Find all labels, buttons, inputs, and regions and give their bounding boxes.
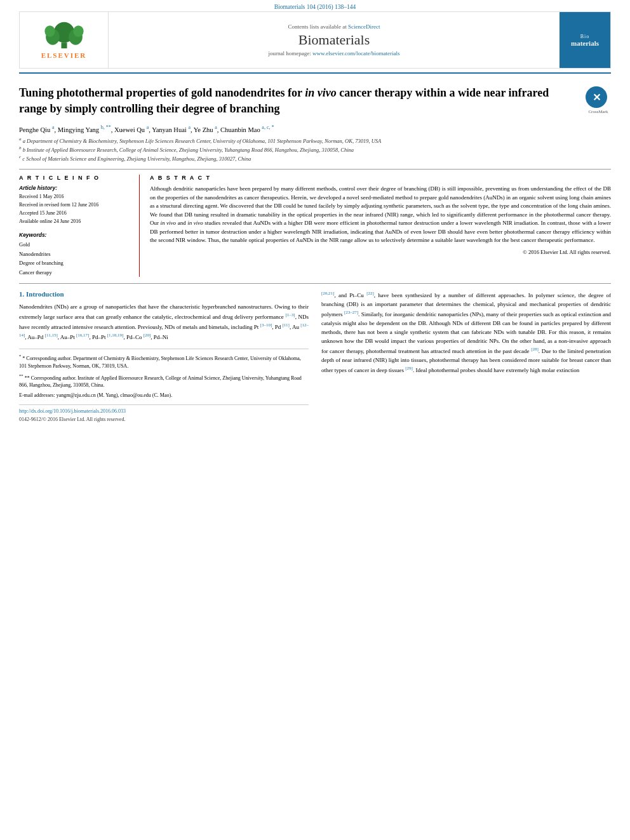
title-section: Tuning photothermal properties of gold n… bbox=[19, 85, 611, 117]
homepage-link[interactable]: www.elsevier.com/locate/biomaterials bbox=[312, 50, 399, 57]
svg-point-5 bbox=[73, 25, 83, 37]
intro-paragraph-1: Nanodendrites (NDs) are a group of nanop… bbox=[19, 303, 309, 342]
footnote-email: E-mail addresses: yangm@zju.edu.cn (M. Y… bbox=[19, 392, 309, 399]
body-divider bbox=[19, 283, 611, 284]
badge-label: Bio materials bbox=[568, 31, 601, 50]
top-bar: Biomaterials 104 (2016) 138–144 bbox=[0, 0, 630, 11]
paper-title: Tuning photothermal properties of gold n… bbox=[19, 85, 579, 117]
body-section: 1. Introduction Nanodendrites (NDs) are … bbox=[19, 290, 611, 422]
affiliations: a a Department of Chemistry & Biochemist… bbox=[19, 136, 611, 163]
issn-line: 0142-9612/© 2016 Elsevier Ltd. All right… bbox=[19, 417, 125, 422]
article-history-label: Article history: bbox=[19, 185, 131, 191]
authors-line: Penghe Qiu a, Mingying Yang b, **, Xuewe… bbox=[19, 124, 611, 133]
doi-section: http://dx.doi.org/10.1016/j.biomaterials… bbox=[19, 404, 309, 422]
article-history-content: Received 1 May 2016 Received in revised … bbox=[19, 193, 131, 225]
copyright-line: © 2016 Elsevier Ltd. All rights reserved… bbox=[150, 249, 611, 255]
homepage-line: journal homepage: www.elsevier.com/locat… bbox=[269, 50, 400, 57]
article-info-column: A R T I C L E I N F O Article history: R… bbox=[19, 175, 140, 277]
elsevier-wordmark: ELSEVIER bbox=[41, 51, 87, 59]
intro-paragraph-2: [20,21], and Pt–Cu [22], have been synth… bbox=[321, 290, 611, 375]
keywords-list: Gold Nanodendrites Degree of branching C… bbox=[19, 240, 131, 277]
journal-ref: Biomaterials 104 (2016) 138–144 bbox=[274, 4, 356, 10]
abstract-heading: A B S T R A C T bbox=[150, 175, 611, 181]
keywords-label: Keywords: bbox=[19, 232, 131, 238]
article-info-heading: A R T I C L E I N F O bbox=[19, 175, 131, 181]
svg-point-4 bbox=[44, 25, 55, 37]
journal-info-center: Contents lists available at ScienceDirec… bbox=[109, 12, 560, 68]
footnote-1: * * Corresponding author. Department of … bbox=[19, 353, 309, 370]
doi-link[interactable]: http://dx.doi.org/10.1016/j.biomaterials… bbox=[19, 408, 309, 414]
intro-heading: 1. Introduction bbox=[19, 290, 309, 298]
footnotes-section: * * Corresponding author. Department of … bbox=[19, 349, 309, 399]
journal-header: ELSEVIER Contents lists available at Sci… bbox=[19, 11, 611, 69]
body-right-column: [20,21], and Pt–Cu [22], have been synth… bbox=[321, 290, 611, 422]
elsevier-logo-block: ELSEVIER bbox=[20, 12, 109, 68]
crossmark-circle: ✕ bbox=[586, 86, 607, 108]
crossmark-logo: ✕ CrossMark bbox=[586, 86, 611, 114]
journal-title-display: Biomaterials bbox=[298, 32, 370, 48]
body-left-column: 1. Introduction Nanodendrites (NDs) are … bbox=[19, 290, 309, 422]
abstract-column: A B S T R A C T Although dendritic nanop… bbox=[150, 175, 611, 277]
contents-line: Contents lists available at ScienceDirec… bbox=[288, 23, 380, 30]
main-divider bbox=[19, 169, 611, 170]
top-divider bbox=[19, 72, 611, 74]
journal-badge: Bio materials bbox=[560, 12, 610, 68]
abstract-text: Although dendritic nanoparticles have be… bbox=[150, 185, 611, 245]
svg-rect-0 bbox=[61, 43, 67, 48]
sciencedirect-link[interactable]: ScienceDirect bbox=[348, 23, 380, 30]
footnote-2: ** ** Corresponding author. Institute of… bbox=[19, 373, 309, 390]
article-info-abstract: A R T I C L E I N F O Article history: R… bbox=[19, 175, 611, 277]
